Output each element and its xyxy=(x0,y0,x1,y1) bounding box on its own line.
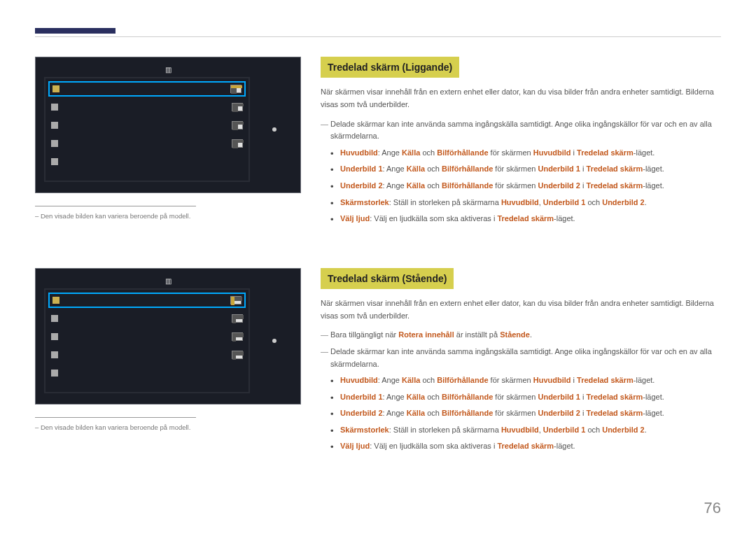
mockup-side-indicator xyxy=(257,77,292,182)
section-heading-portrait: Tredelad skärm (Stående) xyxy=(321,268,454,289)
note-text: Delade skärmar kan inte använda samma in… xyxy=(330,346,721,370)
footnote-rule xyxy=(35,206,196,206)
mockup-row xyxy=(48,154,246,169)
bullet-underbild1: Underbild 1: Ange Källa och Bilförhållan… xyxy=(340,163,721,176)
mockup-landscape: ▥ xyxy=(35,57,301,193)
mockup-row-selected xyxy=(48,81,246,97)
mockup-footnote: – Den visade bilden kan variera beroende… xyxy=(35,211,301,221)
mockup-portrait: ▥ xyxy=(35,268,301,405)
mockup-header-icon: ▥ xyxy=(44,63,292,77)
mockup-row xyxy=(48,136,246,151)
section-heading-landscape: Tredelad skärm (Liggande) xyxy=(321,57,459,78)
bullet-list: Huvudbild: Ange Källa och Bilförhållande… xyxy=(340,374,721,453)
mockup-list xyxy=(44,77,250,182)
bullet-underbild2: Underbild 2: Ange Källa och Bilförhållan… xyxy=(340,407,721,420)
bullet-list: Huvudbild: Ange Källa och Bilförhållande… xyxy=(340,147,721,225)
mockup-row xyxy=(48,347,246,363)
page-number: 76 xyxy=(704,496,721,520)
bullet-valj-ljud: Välj ljud: Välj en ljudkälla som ska akt… xyxy=(340,213,721,225)
footnote-rule xyxy=(35,417,196,418)
intro-text: När skärmen visar innehåll från en exter… xyxy=(321,297,721,322)
mockup-row xyxy=(48,99,246,115)
mockup-row xyxy=(48,329,246,344)
mockup-row-selected xyxy=(48,293,246,308)
section-landscape: ▥ – Den visade bilden kan variera bero xyxy=(35,57,721,230)
bullet-underbild1: Underbild 1: Ange Källa och Bilförhållan… xyxy=(340,391,721,404)
bullet-skarmstorlek: Skärmstorlek: Ställ in storleken på skär… xyxy=(340,424,721,437)
note-availability: Bara tillgängligt när Rotera innehåll är… xyxy=(330,329,721,342)
mockup-list xyxy=(44,288,250,393)
bullet-underbild2: Underbild 2: Ange Källa och Bilförhållan… xyxy=(340,180,721,192)
bullet-huvudbild: Huvudbild: Ange Källa och Bilförhållande… xyxy=(340,147,721,160)
mockup-row xyxy=(48,365,246,381)
section-portrait: ▥ – Den visade bilden kan variera bero xyxy=(35,268,721,457)
mockup-footnote: – Den visade bilden kan variera beroende… xyxy=(35,422,301,433)
header-rule xyxy=(35,36,721,37)
bullet-skarmstorlek: Skärmstorlek: Ställ in storleken på skär… xyxy=(340,197,721,209)
mockup-side-indicator xyxy=(257,288,292,393)
bullet-valj-ljud: Välj ljud: Välj en ljudkälla som ska akt… xyxy=(340,440,721,453)
note-text: Delade skärmar kan inte använda samma in… xyxy=(330,118,721,143)
header-accent-bar xyxy=(35,28,115,34)
mockup-row xyxy=(48,118,246,133)
mockup-header-icon: ▥ xyxy=(44,274,292,288)
mockup-row xyxy=(48,311,246,326)
bullet-huvudbild: Huvudbild: Ange Källa och Bilförhållande… xyxy=(340,374,721,387)
intro-text: När skärmen visar innehåll från en exter… xyxy=(321,86,721,111)
